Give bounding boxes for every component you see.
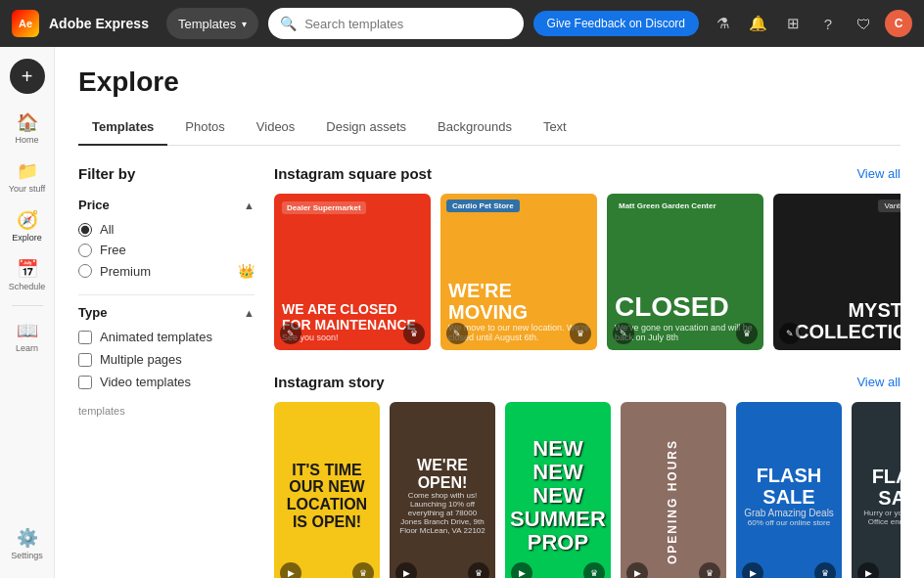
type-chevron-icon[interactable]: ▲ [244, 307, 254, 319]
story-overlay-icons5: ▶ ♛ [736, 562, 842, 578]
price-radio-free[interactable]: Free [78, 243, 254, 257]
sidebar-item-home[interactable]: 🏠 Home [4, 106, 51, 151]
template-card-story[interactable]: We're Open! Come shop with us! Launching… [390, 402, 495, 578]
sidebar-label-your-stuff: Your stuff [9, 184, 46, 194]
price-filter-label: Price [78, 198, 110, 212]
template-card[interactable]: Cardio Pet Store We're Moving We move to… [440, 194, 597, 350]
type-multiple-pages-checkbox[interactable] [78, 353, 92, 367]
card-play-icon: ✎ [280, 323, 301, 344]
notifications-icon[interactable]: 🔔 [744, 10, 771, 37]
story-play-icon2: ▶ [395, 562, 417, 578]
gallery-area: Instagram square post View all Dealer Su… [274, 165, 901, 578]
compass-icon: 🧭 [17, 209, 38, 231]
analytics-icon[interactable]: ⚗ [709, 10, 736, 37]
story-subtext5b: 60% off our online store [748, 518, 830, 527]
crown-icon: 👑 [238, 263, 254, 279]
help-icon[interactable]: ? [814, 10, 842, 37]
type-video-checkbox[interactable] [78, 376, 92, 389]
template-card[interactable]: Matt Green Garden Center Closed We've go… [607, 194, 763, 350]
type-animated-label: Animated templates [100, 330, 212, 344]
instagram-story-title: Instagram story [274, 374, 385, 390]
nav-icons: ⚗ 🔔 ⊞ ? 🛡 C [709, 10, 912, 37]
sidebar-label-explore: Explore [12, 233, 42, 243]
sidebar-label-learn: Learn [16, 343, 38, 353]
template-dropdown[interactable]: Templates ▾ [166, 8, 258, 39]
tab-videos[interactable]: Videos [243, 113, 309, 146]
avatar[interactable]: C [885, 10, 912, 37]
price-radio-all-input[interactable] [78, 223, 92, 237]
story-play-icon5: ▶ [742, 562, 763, 578]
instagram-square-section: Instagram square post View all Dealer Su… [274, 165, 901, 350]
tab-photos[interactable]: Photos [171, 113, 238, 146]
story-overlay-icons3: ▶ ♛ [505, 562, 611, 578]
type-filter-label: Type [78, 305, 107, 320]
card-overlay-icons2: ✎ ♛ [440, 323, 597, 344]
template-card[interactable]: Dealer Supermarket WE ARE CLOSED FOR MAI… [274, 194, 431, 350]
search-input[interactable] [304, 17, 511, 31]
price-radio-premium[interactable]: Premium 👑 [78, 263, 254, 279]
tab-backgrounds[interactable]: Backgrounds [424, 113, 526, 146]
card-overlay-icons3: ✎ ♛ [607, 323, 763, 344]
card-big-text3: Closed [615, 292, 729, 323]
type-animated-checkbox[interactable] [78, 331, 92, 344]
template-card-story[interactable]: NEW NEW NEW SUMMER PROP ▶ ♛ [505, 402, 611, 578]
sidebar-item-your-stuff[interactable]: 📁 Your stuff [4, 155, 51, 200]
type-video-label: Video templates [100, 375, 191, 389]
sidebar-item-settings[interactable]: ⚙️ Settings [4, 521, 51, 566]
price-radio-group: All Free Premium 👑 [78, 222, 254, 279]
story-save-icon4: ♛ [699, 562, 720, 578]
story-text1: IT'S TIME OUR NEW LOCATION IS OPEN! [282, 462, 372, 530]
story-text-overlay6: Flash Sale Hurry or you'll miss out! Off… [852, 402, 901, 578]
folder-icon: 📁 [17, 160, 38, 182]
price-all-label: All [100, 222, 114, 237]
tabs-bar: Templates Photos Videos Design assets Ba… [78, 113, 901, 146]
template-card-story[interactable]: OPENING HOURS ▶ ♛ [621, 402, 726, 578]
price-radio-premium-input[interactable] [78, 264, 92, 278]
instagram-square-view-all[interactable]: View all [856, 166, 901, 181]
filter-divider [78, 294, 254, 295]
price-filter-header: Price ▲ [78, 198, 254, 212]
type-animated[interactable]: Animated templates [78, 330, 254, 344]
page-title: Explore [78, 67, 901, 98]
sidebar-item-learn[interactable]: 📖 Learn [4, 314, 51, 359]
sidebar-item-schedule[interactable]: 📅 Schedule [4, 252, 51, 297]
story-text-overlay4: OPENING HOURS [621, 402, 726, 578]
card-overlay-icons: ✎ ♛ [274, 323, 431, 344]
instagram-story-header: Instagram story View all [274, 374, 901, 390]
price-radio-free-input[interactable] [78, 244, 92, 257]
story-text2: We're Open! [397, 457, 487, 491]
tab-text[interactable]: Text [530, 113, 580, 146]
apps-icon[interactable]: ⊞ [779, 10, 807, 37]
chevron-down-icon: ▾ [242, 19, 247, 29]
story-play-icon4: ▶ [626, 562, 648, 578]
type-filter-header: Type ▲ [78, 305, 254, 320]
tab-design-assets[interactable]: Design assets [312, 113, 420, 146]
story-text-overlay5: Flash Sale Grab Amazing Deals 60% off ou… [736, 402, 842, 578]
price-chevron-icon[interactable]: ▲ [244, 200, 254, 211]
create-button[interactable]: + [10, 59, 45, 94]
sidebar: + 🏠 Home 📁 Your stuff 🧭 Explore 📅 Schedu… [0, 47, 55, 578]
type-video[interactable]: Video templates [78, 375, 254, 389]
tab-templates[interactable]: Templates [78, 113, 167, 146]
sidebar-label-settings: Settings [11, 551, 43, 560]
sidebar-bottom: ⚙️ Settings [4, 521, 51, 566]
template-card[interactable]: Vantblack Mystic Collection ✎ ♛ [773, 194, 901, 350]
template-card-story[interactable]: IT'S TIME OUR NEW LOCATION IS OPEN! ▶ ♛ [274, 402, 380, 578]
type-multiple-pages-label: Multiple pages [100, 352, 182, 367]
story-overlay-icons1: ▶ ♛ [274, 562, 380, 578]
price-radio-all[interactable]: All [78, 222, 254, 237]
sidebar-label-home: Home [15, 135, 38, 145]
adobe-logo-icon: Ae [12, 10, 39, 37]
template-card-story[interactable]: Flash Sale Grab Amazing Deals 60% off ou… [736, 402, 842, 578]
type-multiple-pages[interactable]: Multiple pages [78, 352, 254, 367]
card-play-icon4: ✎ [779, 323, 801, 344]
instagram-story-grid: IT'S TIME OUR NEW LOCATION IS OPEN! ▶ ♛ … [274, 402, 901, 578]
template-card-story[interactable]: Flash Sale Hurry or you'll miss out! Off… [852, 402, 901, 578]
shield-icon[interactable]: 🛡 [850, 10, 877, 37]
instagram-story-view-all[interactable]: View all [856, 375, 901, 389]
feedback-button[interactable]: Give Feedback on Discord [533, 11, 699, 36]
template-dropdown-label: Templates [178, 17, 236, 31]
story-text6: Flash Sale [859, 466, 901, 509]
sidebar-item-explore[interactable]: 🧭 Explore [4, 203, 51, 248]
sidebar-label-schedule: Schedule [9, 282, 46, 291]
